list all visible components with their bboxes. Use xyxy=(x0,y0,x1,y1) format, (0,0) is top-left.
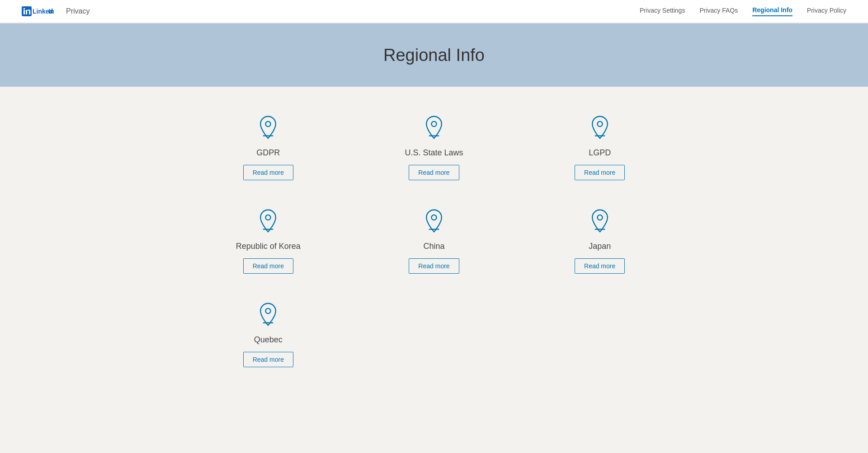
read-more-republic-of-korea[interactable]: Read more xyxy=(243,258,293,274)
read-more-japan[interactable]: Read more xyxy=(575,258,625,274)
nav-privacy-settings[interactable]: Privacy Settings xyxy=(640,7,685,16)
location-icon-us-state-laws xyxy=(420,114,448,141)
svg-text:In: In xyxy=(48,8,54,15)
region-name-republic-of-korea: Republic of Korea xyxy=(236,242,301,251)
nav-privacy-policy[interactable]: Privacy Policy xyxy=(807,7,846,16)
region-name-china: China xyxy=(423,242,444,251)
navbar-links: Privacy Settings Privacy FAQs Regional I… xyxy=(640,6,846,16)
read-more-china[interactable]: Read more xyxy=(409,258,459,274)
location-icon-lgpd xyxy=(586,114,613,141)
nav-regional-info[interactable]: Regional Info xyxy=(752,6,793,16)
navbar: Linked In Privacy Privacy Settings Priva… xyxy=(0,0,868,23)
region-item-us-state-laws: U.S. State Laws Read more xyxy=(360,114,508,180)
svg-point-12 xyxy=(266,215,271,220)
region-item-quebec: Quebec Read more xyxy=(194,301,342,367)
brand-privacy-label: Privacy xyxy=(66,7,90,15)
region-name-japan: Japan xyxy=(589,242,611,251)
svg-point-14 xyxy=(431,215,436,220)
location-icon-quebec xyxy=(255,301,282,328)
location-icon-republic-of-korea xyxy=(255,207,282,234)
location-icon-gdpr xyxy=(255,114,282,141)
brand: Linked In Privacy xyxy=(22,6,90,16)
svg-rect-1 xyxy=(24,10,25,14)
region-name-us-state-laws: U.S. State Laws xyxy=(405,148,463,158)
read-more-gdpr[interactable]: Read more xyxy=(243,165,293,180)
nav-privacy-faqs[interactable]: Privacy FAQs xyxy=(699,7,738,16)
svg-point-2 xyxy=(24,8,25,10)
read-more-lgpd[interactable]: Read more xyxy=(575,165,625,180)
region-name-gdpr: GDPR xyxy=(256,148,280,158)
region-item-japan: Japan Read more xyxy=(526,207,674,274)
svg-point-6 xyxy=(266,121,271,126)
region-item-republic-of-korea: Republic of Korea Read more xyxy=(194,207,342,274)
read-more-quebec[interactable]: Read more xyxy=(243,352,293,367)
region-item-china: China Read more xyxy=(360,207,508,274)
hero-banner: Regional Info xyxy=(0,23,868,87)
region-item-lgpd: LGPD Read more xyxy=(526,114,674,180)
page-title: Regional Info xyxy=(383,46,485,65)
svg-point-16 xyxy=(597,215,602,220)
linkedin-logo: Linked In xyxy=(22,6,60,16)
regions-grid-last: Quebec Read more xyxy=(194,301,674,367)
svg-point-8 xyxy=(431,121,436,126)
svg-point-18 xyxy=(266,308,271,313)
region-name-lgpd: LGPD xyxy=(589,148,611,158)
region-name-quebec: Quebec xyxy=(254,335,283,345)
location-icon-china xyxy=(420,207,448,234)
read-more-us-state-laws[interactable]: Read more xyxy=(409,165,459,180)
location-icon-japan xyxy=(586,207,613,234)
main-content: GDPR Read more U.S. State Laws Read more xyxy=(185,87,683,403)
svg-point-10 xyxy=(597,121,602,126)
regions-grid: GDPR Read more U.S. State Laws Read more xyxy=(194,114,674,274)
region-item-gdpr: GDPR Read more xyxy=(194,114,342,180)
